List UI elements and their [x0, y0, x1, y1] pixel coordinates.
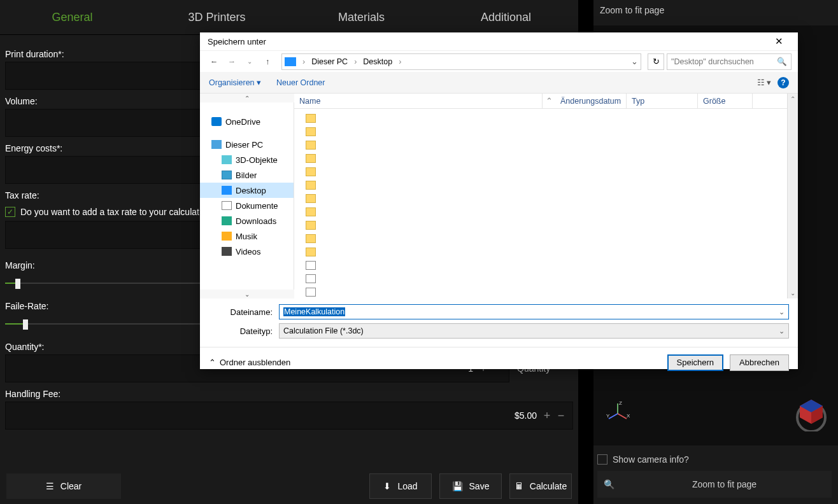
list-item[interactable]: [306, 111, 798, 125]
folder-icon: [306, 194, 316, 203]
camera-info-row: Show camera info?: [597, 454, 689, 465]
file-icon: [306, 274, 316, 283]
svg-line-1: [618, 414, 627, 419]
new-folder-button[interactable]: Neuer Ordner: [276, 78, 325, 87]
view-options-icon[interactable]: ☷ ▾: [757, 78, 771, 87]
tab-materials[interactable]: Materials: [289, 11, 434, 24]
view-cube-icon[interactable]: [793, 396, 829, 431]
dialog-toolbar: Organisieren ▾ Neuer Ordner ☷ ▾ ?: [200, 72, 798, 94]
search-placeholder: "Desktop" durchsuchen: [671, 57, 754, 66]
music-icon: [222, 232, 232, 241]
tree-scroll-up[interactable]: ⌃: [200, 94, 294, 102]
action-bar: ☰ Clear ⬇ Load 💾 Save 🖩 Calculate: [0, 468, 578, 504]
list-item[interactable]: [306, 138, 798, 151]
list-item[interactable]: [306, 258, 798, 272]
list-item[interactable]: [306, 125, 798, 138]
close-button[interactable]: ✕: [765, 32, 793, 50]
list-item[interactable]: [306, 165, 798, 178]
tree-music[interactable]: Musik: [200, 228, 294, 244]
list-item[interactable]: [306, 205, 798, 218]
file-icon: [306, 288, 316, 297]
video-icon: [222, 247, 232, 256]
list-item[interactable]: [306, 178, 798, 192]
column-date[interactable]: Änderungsdatum: [555, 94, 627, 108]
folder-icon: [306, 221, 316, 230]
tree-onedrive[interactable]: OneDrive: [200, 114, 294, 129]
tree-pictures[interactable]: Bilder: [200, 167, 294, 183]
nav-back-icon[interactable]: ←: [206, 54, 222, 69]
handling-plus-icon[interactable]: +: [542, 410, 552, 421]
tax-checkbox[interactable]: ✓: [5, 207, 15, 217]
cloud-icon: [211, 117, 222, 126]
sort-indicator-icon[interactable]: ⌃: [543, 94, 555, 108]
list-item[interactable]: [306, 192, 798, 205]
load-button[interactable]: ⬇ Load: [369, 473, 432, 499]
handling-minus-icon[interactable]: −: [556, 410, 566, 421]
breadcrumb-pc[interactable]: Dieser PC: [311, 57, 348, 66]
hide-folders-toggle[interactable]: ⌃ Ordner ausblenden: [209, 358, 290, 367]
tree-videos[interactable]: Videos: [200, 244, 294, 259]
breadcrumb-desktop[interactable]: Desktop: [363, 57, 392, 66]
chevron-right-icon[interactable]: ›: [352, 57, 359, 66]
refresh-button[interactable]: ↻: [648, 53, 664, 70]
tree-scroll-down[interactable]: ⌄: [200, 290, 294, 298]
tree-3d-objects[interactable]: 3D-Objekte: [200, 152, 294, 167]
calculate-button[interactable]: 🖩 Calculate: [509, 473, 572, 499]
pc-icon: [211, 140, 222, 149]
filetype-select[interactable]: Calculation File (*.3dc) ⌄: [279, 323, 789, 339]
save-button[interactable]: 💾 Save: [439, 473, 502, 499]
chevron-right-icon[interactable]: ›: [396, 57, 404, 66]
column-size[interactable]: Größe: [698, 94, 753, 108]
tree-desktop[interactable]: Desktop: [200, 183, 294, 198]
column-name[interactable]: Name: [294, 94, 543, 108]
column-type[interactable]: Typ: [627, 94, 698, 108]
clear-button[interactable]: ☰ Clear: [6, 473, 121, 499]
folder-icon: [306, 127, 316, 136]
file-list: [294, 109, 798, 298]
filename-input[interactable]: MeineKalkulation ⌄: [279, 304, 789, 319]
file-list-pane: Name ⌃ Änderungsdatum Typ Größe: [294, 94, 798, 298]
handling-fee-label: Handling Fee:: [5, 389, 573, 399]
chevron-right-icon[interactable]: ›: [300, 57, 308, 66]
tab-additional[interactable]: Additional: [434, 11, 578, 24]
nav-recent-icon[interactable]: ⌄: [242, 54, 257, 69]
tree-downloads[interactable]: Downloads: [200, 213, 294, 228]
file-scrollbar[interactable]: ⌃ ⌄: [787, 94, 798, 298]
tab-3d-printers[interactable]: 3D Printers: [145, 11, 289, 24]
nav-forward-icon[interactable]: →: [224, 54, 239, 69]
tax-checkbox-label: Do you want to add a tax rate to your ca…: [20, 207, 199, 217]
tab-general[interactable]: General: [0, 11, 145, 24]
list-item[interactable]: [306, 151, 798, 165]
dialog-cancel-button[interactable]: Abbrechen: [730, 354, 789, 371]
search-input[interactable]: "Desktop" durchsuchen 🔍: [667, 53, 792, 70]
list-item[interactable]: [306, 232, 798, 245]
dropdown-icon[interactable]: ⌄: [779, 308, 785, 316]
dialog-titlebar: Speichern unter ✕: [200, 32, 798, 50]
dialog-save-button[interactable]: Speichern: [667, 354, 724, 371]
handling-fee-value: $5.00: [515, 410, 537, 421]
help-icon[interactable]: ?: [778, 77, 789, 88]
address-dropdown-icon[interactable]: ⌄: [631, 57, 638, 66]
folder-icon: [306, 234, 316, 243]
folder-icon: [306, 181, 316, 190]
address-bar[interactable]: › Dieser PC › Desktop › ⌄: [281, 53, 641, 70]
zoom-fit-button[interactable]: 🔍 Zoom to fit page: [597, 471, 832, 498]
document-icon: [222, 201, 232, 210]
scroll-up-icon[interactable]: ⌃: [788, 94, 798, 104]
list-item[interactable]: [306, 272, 798, 285]
calculate-icon: 🖩: [515, 481, 523, 491]
nav-up-icon[interactable]: ↑: [260, 54, 275, 69]
organize-menu[interactable]: Organisieren ▾: [209, 78, 261, 87]
list-item[interactable]: [306, 245, 798, 258]
list-item[interactable]: [306, 285, 798, 298]
camera-info-checkbox[interactable]: [597, 454, 607, 465]
scroll-down-icon[interactable]: ⌄: [788, 288, 798, 298]
tree-documents[interactable]: Dokumente: [200, 198, 294, 213]
tree-this-pc[interactable]: Dieser PC: [200, 137, 294, 152]
handling-fee-input[interactable]: $5.00 + −: [5, 402, 573, 430]
filename-value: MeineKalkulation: [283, 307, 345, 316]
list-item[interactable]: [306, 218, 798, 232]
tabs: General 3D Printers Materials Additional: [0, 0, 578, 35]
dropdown-icon[interactable]: ⌄: [779, 327, 785, 335]
zoom-fit-top-label: Zoom to fit page: [593, 0, 838, 20]
